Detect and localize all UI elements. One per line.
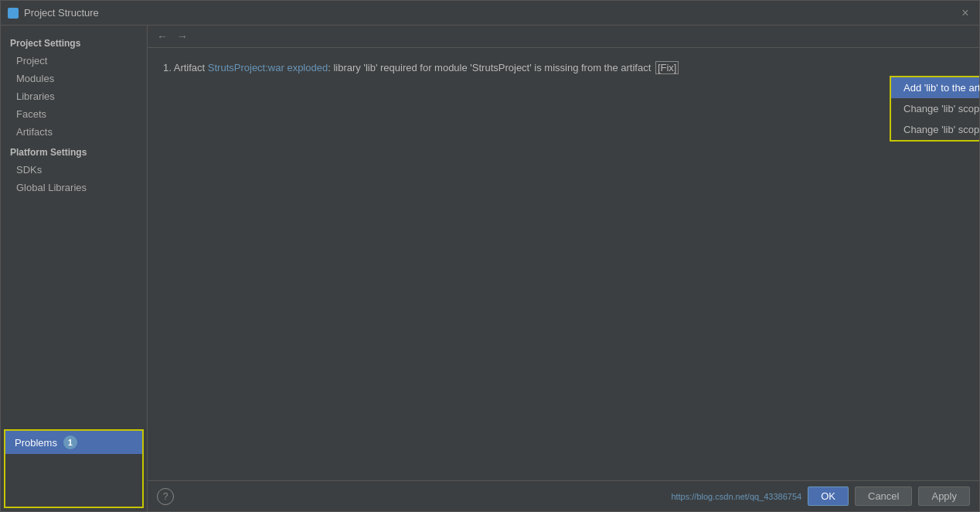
sidebar-item-libraries[interactable]: Libraries xyxy=(1,87,147,105)
problems-tab-area: Problems 1 xyxy=(4,429,144,508)
sidebar-item-project[interactable]: Project xyxy=(1,52,147,70)
bottom-bar: ? https://blog.csdn.net/qq_43386754 OK C… xyxy=(148,480,979,511)
main-layout: Project Settings Project Modules Librari… xyxy=(1,26,979,511)
dropdown-item-provided-scope[interactable]: Change 'lib' scope to 'Provided' xyxy=(891,119,979,140)
apply-button[interactable]: Apply xyxy=(918,486,970,506)
help-button[interactable]: ? xyxy=(157,488,174,505)
sidebar-item-global-libraries[interactable]: Global Libraries xyxy=(1,179,147,196)
title-bar: Project Structure × xyxy=(1,1,979,26)
ok-button[interactable]: OK xyxy=(808,486,849,506)
close-button[interactable]: × xyxy=(958,5,973,21)
window-title: Project Structure xyxy=(24,7,958,19)
csdn-url: https://blog.csdn.net/qq_43386754 xyxy=(671,492,801,501)
sidebar: Project Settings Project Modules Librari… xyxy=(1,26,148,511)
fix-dropdown: Add 'lib' to the artifact Change 'lib' s… xyxy=(890,76,979,142)
sidebar-item-modules[interactable]: Modules xyxy=(1,70,147,87)
back-arrow[interactable]: ← xyxy=(154,30,171,43)
nav-section: Project Settings Project Modules Librari… xyxy=(1,26,147,426)
nav-arrows: ← → xyxy=(148,26,979,48)
problems-content xyxy=(5,454,142,507)
cancel-button[interactable]: Cancel xyxy=(855,486,912,506)
sidebar-item-artifacts[interactable]: Artifacts xyxy=(1,123,147,141)
dropdown-item-add-lib[interactable]: Add 'lib' to the artifact xyxy=(891,77,979,98)
problems-tab[interactable]: Problems 1 xyxy=(5,431,142,454)
project-structure-window: Project Structure × Project Settings Pro… xyxy=(0,0,980,512)
main-content: 1. Artifact StrutsProject:war exploded: … xyxy=(148,48,979,480)
problem-line: 1. Artifact StrutsProject:war exploded: … xyxy=(163,60,964,76)
content-area: ← → 1. Artifact StrutsProject:war explod… xyxy=(148,26,979,511)
problems-tab-label: Problems xyxy=(15,437,57,449)
window-icon xyxy=(7,7,19,19)
problem-middle: : library 'lib' required for module 'Str… xyxy=(328,62,654,73)
forward-arrow[interactable]: → xyxy=(174,30,191,43)
dropdown-item-test-scope[interactable]: Change 'lib' scope to 'Test' xyxy=(891,98,979,119)
sidebar-item-sdks[interactable]: SDKs xyxy=(1,161,147,179)
platform-settings-header: Platform Settings xyxy=(1,144,147,161)
bottom-right: https://blog.csdn.net/qq_43386754 OK Can… xyxy=(671,486,970,506)
fix-link[interactable]: [Fix] xyxy=(655,61,679,74)
artifact-link[interactable]: StrutsProject:war exploded xyxy=(208,62,328,73)
problem-prefix: 1. Artifact xyxy=(163,62,208,73)
problems-badge: 1 xyxy=(63,435,77,449)
sidebar-item-facets[interactable]: Facets xyxy=(1,105,147,123)
project-settings-header: Project Settings xyxy=(1,35,147,52)
